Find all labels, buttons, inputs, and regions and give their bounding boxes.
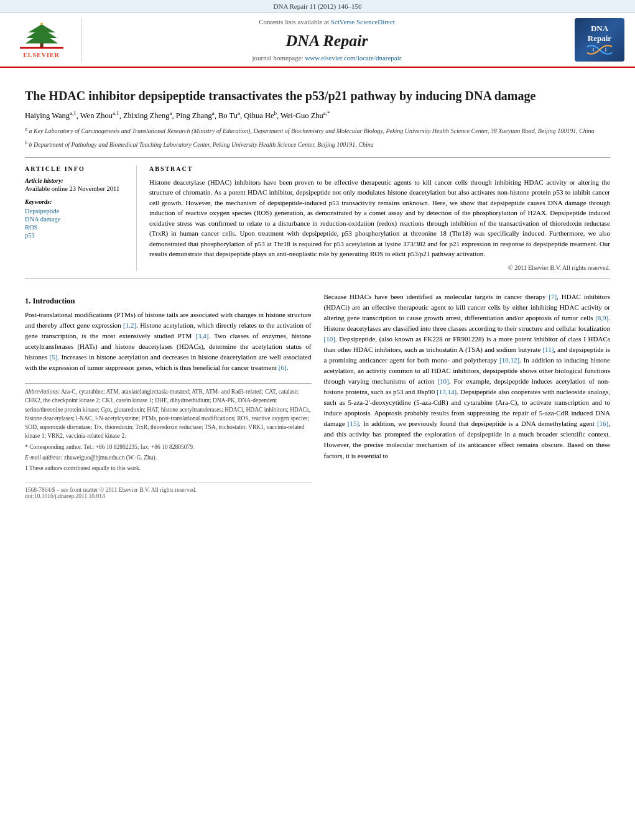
sciverse-link-anchor[interactable]: SciVerse ScienceDirect <box>331 18 395 25</box>
equal-contribution-footnote: 1 These authors contributed equally to t… <box>25 464 312 473</box>
abstract-text: Histone deacetylase (HDAC) inhibitors ha… <box>149 177 610 259</box>
abstract-heading: ABSTRACT <box>149 165 610 172</box>
copyright-notice: © 2011 Elsevier B.V. All rights reserved… <box>149 264 610 271</box>
divider-after-abstract <box>25 279 610 279</box>
keyword-2: DNA damage <box>25 216 127 223</box>
doi-line: doi:10.1016/j.dnarep.2011.10.014 <box>25 493 312 499</box>
svg-rect-6 <box>20 47 63 49</box>
top-bar: DNA Repair 11 (2012) 146–156 <box>0 0 635 13</box>
elsevier-text: ELSEVIER <box>23 52 60 58</box>
dna-logo-box: DNARepair <box>575 18 624 62</box>
affiliation-a: a a Key Laboratory of Carcinogenesis and… <box>25 126 610 136</box>
email-footnote: E-mail address: zhuweiguo@bjmu.edu.cn (W… <box>25 453 312 462</box>
journal-header: ELSEVIER Contents lists available at Sci… <box>0 13 635 68</box>
left-column: 1. Introduction Post-translational modif… <box>25 292 312 500</box>
bottom-bar: 1568-7864/$ – see front matter © 2011 El… <box>25 482 312 499</box>
dna-logo-text: DNARepair <box>588 24 611 43</box>
keyword-1: Depsipeptide <box>25 208 127 215</box>
authors-line: Haiying Wanga,1, Wen Zhoua,1, Zhixing Zh… <box>25 110 610 121</box>
corresponding-author-footnote: * Corresponding author. Tel.: +86 10 828… <box>25 443 312 451</box>
keywords-label: Keywords: <box>25 198 127 205</box>
article-info-heading: ARTICLE INFO <box>25 165 127 172</box>
body-content: 1. Introduction Post-translational modif… <box>25 287 610 500</box>
right-column: Because HDACs have been identified as mo… <box>324 292 611 500</box>
journal-name-heading: DNA Repair <box>88 32 565 50</box>
footnotes-section: Abbreviations: Ara-C, cytarabine; ATM, a… <box>25 383 312 473</box>
intro-left-paragraph: Post-translational modifications (PTMs) … <box>25 310 312 373</box>
article-title: The HDAC inhibitor depsipeptide transact… <box>25 88 610 104</box>
intro-right-paragraph: Because HDACs have been identified as mo… <box>324 292 611 461</box>
journal-homepage: journal homepage: www.elsevier.com/locat… <box>88 54 565 62</box>
dna-helix-icon <box>584 44 615 56</box>
dna-repair-logo: DNARepair <box>572 18 628 62</box>
elsevier-logo: ELSEVIER <box>7 18 82 62</box>
journal-homepage-link[interactable]: www.elsevier.com/locate/dnarepair <box>305 54 401 62</box>
abstract-panel: ABSTRACT Histone deacetylase (HDAC) inhi… <box>149 165 610 271</box>
abbreviations-footnote: Abbreviations: Ara-C, cytarabine; ATM, a… <box>25 387 312 441</box>
svg-point-5 <box>40 22 43 25</box>
journal-citation: DNA Repair 11 (2012) 146–156 <box>274 2 362 10</box>
keyword-3: ROS <box>25 224 127 231</box>
sciverse-link: Contents lists available at SciVerse Sci… <box>88 18 565 25</box>
history-value: Available online 23 November 2011 <box>25 185 127 192</box>
article-info-abstract-section: ARTICLE INFO Article history: Available … <box>25 165 610 271</box>
divider-after-affiliations <box>25 157 610 158</box>
elsevier-tree-icon <box>20 21 63 49</box>
affiliation-b: b b Department of Pathology and Biomedic… <box>25 139 610 149</box>
article-info-panel: ARTICLE INFO Article history: Available … <box>25 165 137 271</box>
journal-center: Contents lists available at SciVerse Sci… <box>88 18 565 62</box>
section-1-title: 1. Introduction <box>25 297 312 306</box>
keyword-4: p53 <box>25 232 127 239</box>
issn-line: 1568-7864/$ – see front matter © 2011 El… <box>25 487 312 493</box>
history-label: Article history: <box>25 177 127 184</box>
main-content: The HDAC inhibitor depsipeptide transact… <box>0 68 635 509</box>
